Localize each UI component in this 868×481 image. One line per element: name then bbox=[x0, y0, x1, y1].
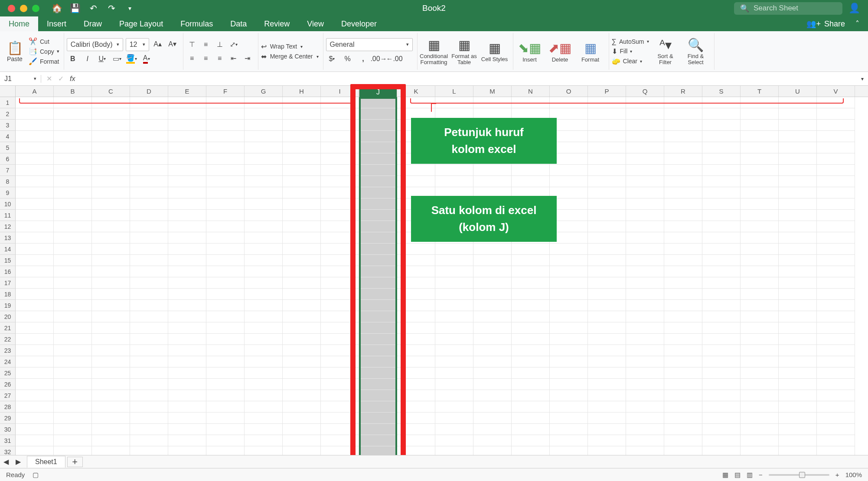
tab-formulas[interactable]: Formulas bbox=[172, 16, 222, 31]
cell[interactable] bbox=[588, 356, 626, 367]
cell[interactable] bbox=[321, 322, 359, 334]
column-header-C[interactable]: C bbox=[92, 86, 130, 97]
cell[interactable] bbox=[473, 413, 512, 424]
cell[interactable] bbox=[550, 322, 588, 334]
sheet-nav-next[interactable]: ▶ bbox=[12, 458, 24, 466]
cell[interactable] bbox=[168, 232, 206, 244]
view-normal-icon[interactable]: ▦ bbox=[722, 471, 728, 479]
cell[interactable] bbox=[588, 266, 626, 277]
cell[interactable] bbox=[626, 345, 664, 356]
cell[interactable] bbox=[130, 379, 168, 390]
cell[interactable] bbox=[741, 221, 779, 232]
cell[interactable] bbox=[283, 153, 321, 165]
cell[interactable] bbox=[397, 255, 435, 266]
save-icon[interactable]: 💾 bbox=[70, 3, 80, 13]
cell[interactable] bbox=[702, 153, 741, 165]
cell[interactable] bbox=[664, 435, 702, 446]
cell[interactable] bbox=[16, 424, 54, 435]
cell[interactable] bbox=[321, 255, 359, 266]
column-header-R[interactable]: R bbox=[664, 86, 702, 97]
cell[interactable] bbox=[702, 345, 741, 356]
cell[interactable] bbox=[92, 221, 130, 232]
cell[interactable] bbox=[168, 379, 206, 390]
cell[interactable] bbox=[321, 424, 359, 435]
cell[interactable] bbox=[283, 108, 321, 120]
cell[interactable] bbox=[741, 367, 779, 379]
cell[interactable] bbox=[473, 165, 512, 176]
cell[interactable] bbox=[550, 266, 588, 277]
cell[interactable] bbox=[168, 120, 206, 131]
cell[interactable] bbox=[92, 413, 130, 424]
cell[interactable] bbox=[473, 311, 512, 322]
cell[interactable] bbox=[245, 142, 283, 153]
cell[interactable] bbox=[512, 390, 550, 401]
tab-home[interactable]: Home bbox=[0, 16, 38, 31]
column-header-E[interactable]: E bbox=[168, 86, 206, 97]
cell[interactable] bbox=[702, 187, 741, 198]
cell[interactable] bbox=[130, 311, 168, 322]
conditional-formatting-button[interactable]: ▦Conditional Formatting bbox=[420, 37, 448, 66]
cell[interactable] bbox=[283, 210, 321, 221]
cell[interactable] bbox=[741, 277, 779, 289]
cell[interactable] bbox=[130, 232, 168, 244]
zoom-slider-thumb[interactable] bbox=[799, 472, 805, 478]
cell[interactable] bbox=[473, 345, 512, 356]
cell[interactable] bbox=[550, 413, 588, 424]
format-painter-button[interactable]: 🖌️Format bbox=[29, 57, 59, 65]
cell[interactable] bbox=[92, 244, 130, 255]
cell[interactable] bbox=[359, 413, 397, 424]
cell[interactable] bbox=[741, 244, 779, 255]
cell[interactable] bbox=[206, 120, 245, 131]
row-header[interactable]: 17 bbox=[0, 277, 16, 289]
cell[interactable] bbox=[397, 322, 435, 334]
cell[interactable] bbox=[359, 367, 397, 379]
column-header-I[interactable]: I bbox=[321, 86, 359, 97]
cell[interactable] bbox=[168, 401, 206, 413]
cell[interactable] bbox=[741, 266, 779, 277]
sheet-nav-prev[interactable]: ◀ bbox=[0, 458, 12, 466]
zoom-in-button[interactable]: + bbox=[835, 471, 839, 478]
cell[interactable] bbox=[168, 108, 206, 120]
cell[interactable] bbox=[206, 367, 245, 379]
cell[interactable] bbox=[168, 210, 206, 221]
cell[interactable] bbox=[702, 255, 741, 266]
cell[interactable] bbox=[664, 322, 702, 334]
cell[interactable] bbox=[702, 277, 741, 289]
cell[interactable] bbox=[702, 232, 741, 244]
number-format-select[interactable]: General▾ bbox=[326, 38, 413, 51]
row-header[interactable]: 4 bbox=[0, 131, 16, 142]
cell[interactable] bbox=[16, 153, 54, 165]
cell[interactable] bbox=[664, 367, 702, 379]
cell[interactable] bbox=[206, 300, 245, 311]
cell[interactable] bbox=[168, 356, 206, 367]
cell[interactable] bbox=[702, 379, 741, 390]
cell[interactable] bbox=[16, 390, 54, 401]
tab-page-layout[interactable]: Page Layout bbox=[111, 16, 172, 31]
cell[interactable] bbox=[817, 153, 855, 165]
cell[interactable] bbox=[817, 379, 855, 390]
cell[interactable] bbox=[206, 221, 245, 232]
cell[interactable] bbox=[664, 345, 702, 356]
cell[interactable] bbox=[359, 266, 397, 277]
cell[interactable] bbox=[16, 413, 54, 424]
cell[interactable] bbox=[321, 108, 359, 120]
cell[interactable] bbox=[741, 334, 779, 345]
cell[interactable] bbox=[168, 277, 206, 289]
cell[interactable] bbox=[779, 311, 817, 322]
cell[interactable] bbox=[206, 424, 245, 435]
cell[interactable] bbox=[435, 367, 473, 379]
zoom-value[interactable]: 100% bbox=[845, 471, 862, 478]
cell[interactable] bbox=[550, 379, 588, 390]
cell[interactable] bbox=[245, 322, 283, 334]
cell[interactable] bbox=[779, 176, 817, 187]
clear-button[interactable]: 🧽Clear▾ bbox=[612, 57, 649, 65]
cell[interactable] bbox=[626, 176, 664, 187]
cell[interactable] bbox=[702, 401, 741, 413]
cell[interactable] bbox=[435, 311, 473, 322]
cell[interactable] bbox=[550, 289, 588, 300]
row-header[interactable]: 6 bbox=[0, 153, 16, 165]
cell[interactable] bbox=[626, 367, 664, 379]
column-header-U[interactable]: U bbox=[779, 86, 817, 97]
cell[interactable] bbox=[588, 379, 626, 390]
cell[interactable] bbox=[435, 356, 473, 367]
